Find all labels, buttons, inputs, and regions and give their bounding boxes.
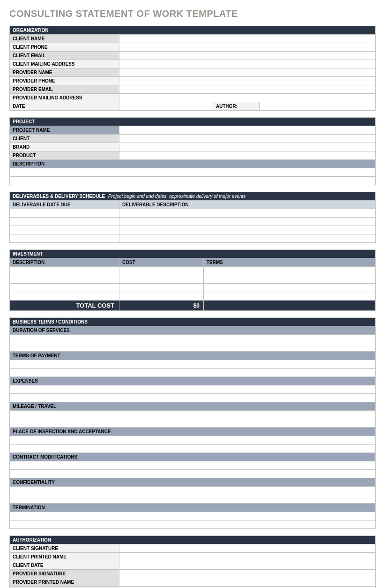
inv-terms-3[interactable] xyxy=(204,284,376,292)
field-confidentiality-1[interactable] xyxy=(10,487,376,495)
label-provider-mailing: PROVIDER MAILING ADDRESS xyxy=(10,94,119,102)
deliverable-desc-2[interactable] xyxy=(119,218,376,226)
field-project-name[interactable] xyxy=(119,126,376,135)
deliverable-desc-1[interactable] xyxy=(119,209,376,218)
inv-cost-3[interactable] xyxy=(119,284,204,292)
deliverable-desc-4[interactable] xyxy=(119,234,376,243)
field-provider-email[interactable] xyxy=(119,85,376,94)
col-deliverable-date: DELIVERABLE DATE DUE xyxy=(10,201,119,209)
col-deliverable-desc: DELIVERABLE DESCRIPTION xyxy=(119,201,376,209)
label-description: DESCRIPTION xyxy=(10,160,376,168)
investment-table: INVESTMENT DESCRIPTION COST TERMS TOTAL … xyxy=(9,249,376,311)
inv-desc-1[interactable] xyxy=(10,267,119,275)
terms-table: BUSINESS TERMS / CONDITIONS DURATION OF … xyxy=(9,317,376,529)
label-client-signature: CLIENT SIGNATURE xyxy=(10,544,119,553)
deliverable-date-3[interactable] xyxy=(10,226,119,234)
field-duration-1[interactable] xyxy=(10,335,376,343)
label-client-name: CLIENT NAME xyxy=(10,35,119,43)
field-client-phone[interactable] xyxy=(119,43,376,52)
field-modifications-1[interactable] xyxy=(10,461,376,470)
field-modifications-2[interactable] xyxy=(10,470,376,478)
terms-header: BUSINESS TERMS / CONDITIONS xyxy=(10,318,376,326)
label-author: AUTHOR: xyxy=(213,102,260,111)
label-project-client: CLIENT xyxy=(10,135,119,143)
field-client-date[interactable] xyxy=(119,561,376,570)
total-cost-label: TOTAL COST xyxy=(10,301,119,311)
deliverable-date-4[interactable] xyxy=(10,234,119,243)
field-provider-phone[interactable] xyxy=(119,77,376,85)
label-client-mailing: CLIENT MAILING ADDRESS xyxy=(10,60,119,68)
total-cost-blank xyxy=(204,301,376,311)
total-cost-value: $0 xyxy=(119,301,204,311)
field-description-1[interactable] xyxy=(10,168,376,177)
label-provider-printed-name: PROVIDER PRINTED NAME xyxy=(10,578,119,587)
field-inspection-2[interactable] xyxy=(10,445,376,453)
field-inspection-1[interactable] xyxy=(10,436,376,445)
field-provider-name[interactable] xyxy=(119,68,376,77)
field-client-name[interactable] xyxy=(119,35,376,43)
label-duration: DURATION OF SERVICES xyxy=(10,326,376,335)
label-client-phone: CLIENT PHONE xyxy=(10,43,119,52)
label-client-date: CLIENT DATE xyxy=(10,561,119,570)
inv-cost-4[interactable] xyxy=(119,292,204,301)
inv-terms-2[interactable] xyxy=(204,275,376,284)
field-provider-mailing[interactable] xyxy=(119,94,376,102)
inv-desc-2[interactable] xyxy=(10,275,119,284)
field-expenses-2[interactable] xyxy=(10,394,376,402)
field-author[interactable] xyxy=(260,102,376,111)
field-confidentiality-2[interactable] xyxy=(10,495,376,504)
investment-header: INVESTMENT xyxy=(10,250,376,258)
field-client-mailing[interactable] xyxy=(119,60,376,68)
field-expenses-1[interactable] xyxy=(10,385,376,394)
deliverable-desc-3[interactable] xyxy=(119,226,376,234)
organization-header: ORGANIZATION xyxy=(10,26,376,35)
label-date: DATE xyxy=(10,102,119,111)
label-client-email: CLIENT EMAIL xyxy=(10,52,119,60)
label-provider-signature: PROVIDER SIGNATURE xyxy=(10,570,119,578)
field-brand[interactable] xyxy=(119,143,376,151)
authorization-table: AUTHORIZATION CLIENT SIGNATURE CLIENT PR… xyxy=(9,535,376,588)
inv-desc-3[interactable] xyxy=(10,284,119,292)
label-product: PRODUCT xyxy=(10,151,119,160)
field-project-client[interactable] xyxy=(119,135,376,143)
field-provider-signature[interactable] xyxy=(119,570,376,578)
field-product[interactable] xyxy=(119,151,376,160)
label-client-printed-name: CLIENT PRINTED NAME xyxy=(10,553,119,561)
field-payment-1[interactable] xyxy=(10,360,376,369)
inv-terms-4[interactable] xyxy=(204,292,376,301)
deliverable-date-2[interactable] xyxy=(10,218,119,226)
field-duration-2[interactable] xyxy=(10,343,376,352)
label-provider-email: PROVIDER EMAIL xyxy=(10,85,119,94)
field-mileage-1[interactable] xyxy=(10,411,376,419)
deliverables-table: DELIVERABLES & DELIVERY SCHEDULE Project… xyxy=(9,192,376,243)
field-mileage-2[interactable] xyxy=(10,419,376,428)
field-termination-2[interactable] xyxy=(10,520,376,529)
inv-terms-1[interactable] xyxy=(204,267,376,275)
field-termination-1[interactable] xyxy=(10,512,376,520)
label-payment: TERMS OF PAYMENT xyxy=(10,352,376,360)
field-client-signature[interactable] xyxy=(119,544,376,553)
inv-desc-4[interactable] xyxy=(10,292,119,301)
field-description-2[interactable] xyxy=(10,177,376,185)
inv-cost-1[interactable] xyxy=(119,267,204,275)
project-header: PROJECT xyxy=(10,118,376,126)
field-payment-2[interactable] xyxy=(10,369,376,377)
inv-cost-2[interactable] xyxy=(119,275,204,284)
label-termination: TERMINATION xyxy=(10,504,376,512)
deliverable-date-1[interactable] xyxy=(10,209,119,218)
label-provider-date: PROVIDER DATE xyxy=(10,587,119,588)
field-client-email[interactable] xyxy=(119,52,376,60)
deliverables-hint: Project begin and end dates, approximate… xyxy=(108,194,246,199)
deliverables-header: DELIVERABLES & DELIVERY SCHEDULE Project… xyxy=(10,192,376,201)
field-client-printed-name[interactable] xyxy=(119,553,376,561)
field-provider-date[interactable] xyxy=(119,587,376,588)
field-date[interactable] xyxy=(119,102,213,111)
col-inv-cost: COST xyxy=(119,258,204,267)
col-inv-desc: DESCRIPTION xyxy=(10,258,119,267)
deliverables-header-text: DELIVERABLES & DELIVERY SCHEDULE xyxy=(13,194,105,199)
label-expenses: EXPENSES xyxy=(10,377,376,385)
page-title: CONSULTING STATEMENT OF WORK TEMPLATE xyxy=(9,8,376,19)
label-brand: BRAND xyxy=(10,143,119,151)
label-confidentiality: CONFIDENTIALITY xyxy=(10,478,376,487)
field-provider-printed-name[interactable] xyxy=(119,578,376,587)
